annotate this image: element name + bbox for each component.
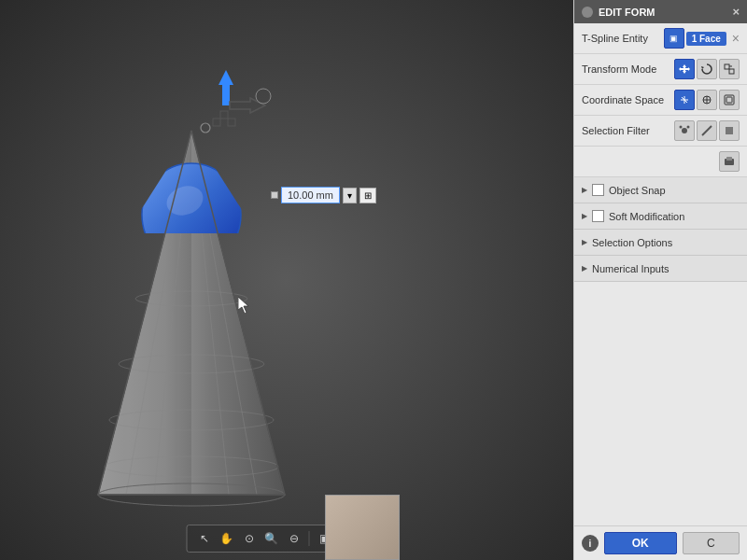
svg-marker-23 — [679, 64, 690, 74]
numerical-inputs-section[interactable]: ▶ Numerical Inputs — [574, 256, 747, 282]
info-icon[interactable]: i — [582, 535, 599, 552]
soft-modification-arrow: ▶ — [582, 212, 587, 220]
vertex-filter-btn[interactable] — [674, 120, 695, 141]
svg-point-17 — [256, 89, 271, 104]
world-space-btn[interactable] — [697, 90, 717, 110]
hand-tool-btn[interactable]: ✋ — [218, 529, 236, 548]
svg-rect-26 — [729, 69, 734, 74]
panel-footer: i OK C — [574, 525, 747, 560]
svg-rect-39 — [726, 157, 732, 161]
cancel-button[interactable]: C — [683, 532, 740, 554]
selection-options-label: Selection Options — [592, 237, 672, 248]
svg-point-33 — [682, 128, 687, 133]
toolbar-separator-1 — [309, 531, 310, 546]
panel-title: EDIT FORM — [599, 7, 655, 18]
panel-header: EDIT FORM × — [574, 0, 747, 23]
view-space-btn[interactable] — [719, 90, 740, 110]
panel-header-icon — [582, 7, 593, 18]
dimension-input-container: 10.00 mm ▾ ⊞ — [271, 187, 376, 203]
svg-rect-37 — [726, 127, 733, 134]
svg-point-34 — [680, 126, 683, 129]
selection-filter-row: Selection Filter — [574, 116, 747, 147]
face-filter-btn[interactable] — [719, 120, 740, 141]
coordinate-space-controls — [674, 90, 740, 110]
t-spline-entity-row: T-Spline Entity ▣ 1 Face × — [574, 23, 747, 54]
local-space-btn[interactable] — [674, 90, 695, 110]
svg-point-21 — [201, 123, 210, 133]
transform-mode-controls — [674, 59, 740, 79]
svg-rect-20 — [228, 119, 235, 126]
orbit-tool-btn[interactable]: ⊙ — [240, 529, 259, 548]
soft-modification-label: Soft Modification — [609, 211, 684, 222]
select-face-btn[interactable]: ▣ — [664, 28, 684, 49]
selection-options-section[interactable]: ▶ Selection Options — [574, 230, 747, 256]
object-snap-label: Object Snap — [609, 185, 666, 196]
svg-rect-19 — [213, 119, 220, 126]
svg-line-36 — [702, 126, 712, 135]
transform-mode-row: Transform Mode — [574, 54, 747, 85]
extra-filter-btn[interactable] — [719, 151, 740, 172]
svg-rect-32 — [726, 97, 732, 103]
viewport[interactable]: 10.00 mm ▾ ⊞ ↖ ✋ ⊙ 🔍 ⊖ ▣ ⊡ ⧈ — [0, 0, 573, 560]
object-snap-arrow: ▶ — [582, 186, 587, 194]
soft-modification-checkbox[interactable] — [592, 210, 604, 222]
numerical-inputs-label: Numerical Inputs — [592, 263, 669, 274]
svg-point-35 — [687, 126, 690, 129]
scale-mode-btn[interactable] — [719, 59, 740, 79]
zoom-out-btn[interactable]: ⊖ — [285, 529, 303, 548]
face-count-badge: 1 Face — [686, 32, 726, 46]
dimension-value[interactable]: 10.00 mm — [281, 187, 340, 203]
transform-widget — [187, 70, 299, 157]
transform-mode-label: Transform Mode — [582, 63, 674, 75]
move-mode-btn[interactable] — [674, 59, 695, 79]
svg-marker-15 — [218, 70, 233, 105]
svg-marker-16 — [230, 98, 265, 113]
rotate-mode-btn[interactable] — [697, 59, 717, 79]
t-spline-entity-label: T-Spline Entity — [582, 33, 664, 44]
entity-close-btn[interactable]: × — [732, 31, 740, 46]
selection-filter-label: Selection Filter — [582, 125, 674, 136]
corner-thumbnail — [325, 495, 400, 560]
edge-filter-btn[interactable] — [697, 120, 717, 141]
numerical-inputs-arrow: ▶ — [582, 264, 587, 273]
coordinate-space-label: Coordinate Space — [582, 94, 674, 105]
zoom-in-btn[interactable]: 🔍 — [262, 529, 281, 548]
soft-modification-section[interactable]: ▶ Soft Modification — [574, 203, 747, 230]
dim-indicator — [271, 191, 278, 199]
selection-filter-controls — [674, 120, 740, 141]
face-btn-icon: ▣ — [669, 34, 678, 43]
svg-rect-25 — [725, 64, 729, 69]
object-snap-checkbox[interactable] — [592, 184, 604, 196]
edit-form-panel: EDIT FORM × T-Spline Entity ▣ 1 Face × T… — [573, 0, 747, 560]
selection-options-arrow: ▶ — [582, 238, 587, 246]
object-snap-section[interactable]: ▶ Object Snap — [574, 177, 747, 203]
svg-marker-24 — [701, 66, 704, 69]
dimension-expand-btn[interactable]: ⊞ — [359, 188, 376, 203]
ok-button[interactable]: OK — [604, 532, 677, 554]
panel-close-btn[interactable]: × — [732, 5, 740, 19]
svg-rect-18 — [220, 111, 228, 119]
dimension-unit[interactable]: ▾ — [343, 188, 357, 203]
extra-filter-row — [574, 147, 747, 177]
coordinate-space-row: Coordinate Space — [574, 85, 747, 116]
cursor-tool-btn[interactable]: ↖ — [195, 529, 214, 548]
t-spline-controls: ▣ 1 Face × — [664, 28, 740, 49]
